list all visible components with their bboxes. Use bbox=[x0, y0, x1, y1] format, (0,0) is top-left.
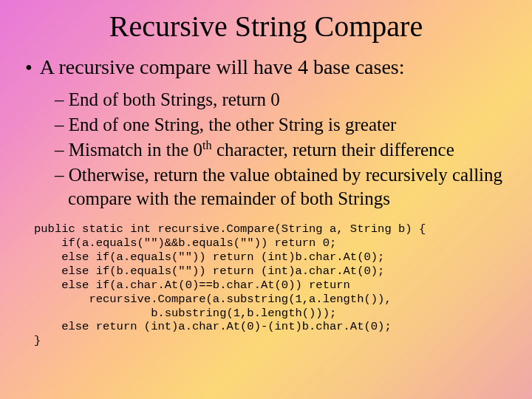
list-item: – Otherwise, return the value obtained b… bbox=[55, 163, 511, 211]
sub-bullet-list: – End of both Strings, return 0 – End of… bbox=[55, 88, 511, 211]
dash-icon: – bbox=[55, 165, 64, 185]
bullet-dot-icon: • bbox=[25, 55, 33, 81]
list-item: – End of both Strings, return 0 bbox=[55, 88, 511, 112]
list-item-text: Otherwise, return the value obtained by … bbox=[68, 165, 502, 208]
main-bullet-text: A recursive compare will have 4 base cas… bbox=[40, 55, 405, 78]
dash-icon: – bbox=[55, 89, 64, 109]
dash-icon: – bbox=[55, 140, 64, 160]
slide-title: Recursive String Compare bbox=[21, 9, 511, 44]
list-item-text: End of both Strings, return 0 bbox=[69, 89, 280, 109]
list-item: – Mismatch in the 0th character, return … bbox=[55, 138, 511, 162]
main-bullet: •A recursive compare will have 4 base ca… bbox=[25, 54, 511, 81]
dash-icon: – bbox=[55, 115, 64, 134]
list-item-text: End of one String, the other String is g… bbox=[69, 115, 397, 134]
list-item: – End of one String, the other String is… bbox=[55, 113, 511, 137]
list-item-text: Mismatch in the 0th character, return th… bbox=[69, 140, 454, 160]
code-block: public static int recursive.Compare(Stri… bbox=[34, 222, 511, 348]
